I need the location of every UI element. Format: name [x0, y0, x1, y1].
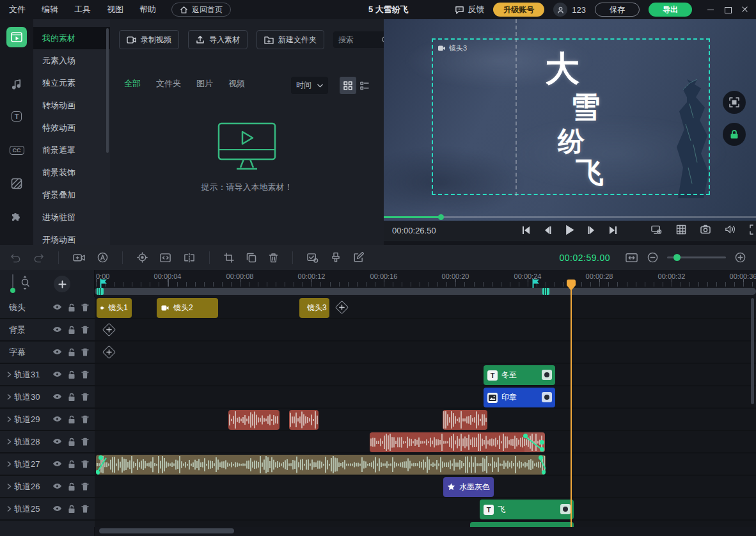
sort-dropdown[interactable]: 时间	[291, 77, 328, 94]
playhead[interactable]	[566, 279, 576, 291]
preview-progress-bar[interactable]	[384, 216, 756, 218]
timeline-marker-flag[interactable]	[532, 279, 540, 288]
lock-icon[interactable]	[68, 326, 75, 335]
track-height-slider[interactable]	[12, 274, 13, 291]
library-scrollbar[interactable]	[106, 28, 109, 153]
audio-tab[interactable]	[6, 74, 27, 94]
libnav-enter-hold[interactable]: 进场驻留	[33, 206, 110, 228]
track-header-28[interactable]: 轨道28	[0, 431, 95, 452]
auto-ripple-button[interactable]	[97, 252, 108, 263]
volume-icon[interactable]	[725, 225, 736, 234]
libnav-foreground-decor[interactable]: 前景装饰	[33, 161, 110, 184]
trash-icon[interactable]	[81, 437, 89, 446]
eye-icon[interactable]	[52, 415, 62, 423]
menu-help[interactable]: 帮助	[139, 4, 156, 15]
lock-icon[interactable]	[68, 460, 75, 469]
timeline-zoom-slider[interactable]	[667, 256, 726, 258]
chevron-right-icon[interactable]	[0, 461, 13, 467]
maximize-button[interactable]	[723, 5, 732, 14]
upgrade-account-button[interactable]: 升级账号	[493, 3, 544, 17]
chevron-right-icon[interactable]	[0, 484, 13, 489]
chevron-right-icon[interactable]	[0, 394, 13, 400]
brush-button[interactable]	[331, 252, 341, 263]
lock-icon[interactable]	[68, 303, 75, 312]
redo-button[interactable]	[33, 253, 44, 263]
lock-icon[interactable]	[68, 393, 75, 402]
close-button[interactable]	[741, 5, 750, 14]
list-view-button[interactable]	[356, 77, 373, 94]
lock-icon[interactable]	[68, 482, 75, 491]
menu-view[interactable]: 视图	[107, 4, 123, 15]
eye-icon[interactable]	[52, 348, 62, 356]
clip-shot2[interactable]: 镜头2	[157, 298, 218, 318]
eye-icon[interactable]	[52, 370, 62, 378]
menu-file[interactable]: 文件	[9, 4, 26, 15]
libnav-effects[interactable]: 特效动画	[33, 116, 110, 139]
track-lane-31[interactable]: T 冬至	[95, 364, 756, 385]
lock-icon[interactable]	[68, 437, 75, 446]
lock-icon[interactable]	[68, 415, 75, 424]
track-lane-29[interactable]	[95, 409, 756, 430]
import-media-button[interactable]: 导入素材	[188, 30, 248, 49]
edit-button[interactable]	[353, 252, 364, 263]
trash-icon[interactable]	[81, 303, 89, 312]
track-header-26[interactable]: 轨道26	[0, 476, 95, 497]
fade-handle[interactable]	[542, 470, 546, 475]
trash-icon[interactable]	[81, 326, 89, 335]
skip-to-start-button[interactable]	[521, 225, 532, 235]
clip-shuimo[interactable]: 水墨灰色	[443, 477, 494, 497]
libnav-my-assets[interactable]: 我的素材	[33, 27, 110, 49]
chevron-right-icon[interactable]	[0, 416, 13, 422]
track-lane-25[interactable]: T 飞	[95, 498, 756, 519]
track-header-29[interactable]: 轨道29	[0, 409, 95, 430]
libnav-foreground-mask[interactable]: 前景遮罩	[33, 139, 110, 161]
track-lane-28[interactable]	[95, 431, 756, 452]
chevron-right-icon[interactable]	[0, 439, 13, 445]
fade-handle[interactable]	[540, 440, 544, 445]
track-lane-partial[interactable]	[95, 521, 756, 527]
feedback-button[interactable]: 反馈	[455, 4, 484, 15]
eye-icon[interactable]	[52, 393, 62, 400]
menu-tools[interactable]: 工具	[74, 4, 91, 15]
fit-timeline-icon[interactable]	[626, 253, 638, 263]
tab-folders[interactable]: 文件夹	[156, 78, 181, 90]
add-record-button[interactable]	[73, 253, 85, 263]
play-button[interactable]	[563, 224, 576, 236]
record-video-button[interactable]: 录制视频	[119, 30, 179, 49]
menu-edit[interactable]: 编辑	[42, 4, 58, 15]
clip-dongzhi[interactable]: T 冬至	[484, 365, 555, 385]
lock-button[interactable]	[723, 123, 746, 146]
track-header-31[interactable]: 轨道31	[0, 364, 95, 385]
lock-icon[interactable]	[68, 505, 75, 514]
lock-icon[interactable]	[68, 370, 75, 379]
user-account[interactable]: 123	[553, 3, 586, 17]
add-track-button[interactable]	[54, 276, 70, 292]
add-subtitle-button[interactable]	[102, 345, 116, 359]
trash-icon[interactable]	[81, 370, 89, 379]
libnav-element-enter[interactable]: 元素入场	[33, 49, 110, 72]
mark-check-button[interactable]	[307, 253, 319, 263]
fade-handle[interactable]	[98, 455, 103, 460]
speed-code-button[interactable]	[160, 253, 171, 263]
track-lane-27[interactable]	[95, 453, 756, 475]
previous-frame-button[interactable]	[542, 225, 553, 235]
track-header-shot[interactable]: 镜头	[0, 297, 95, 318]
zoom-in-button[interactable]	[735, 252, 746, 263]
eye-icon[interactable]	[52, 326, 62, 333]
vertical-scrollbar[interactable]	[751, 298, 754, 404]
add-shot-button[interactable]	[335, 301, 349, 314]
horizontal-scrollbar[interactable]	[99, 528, 234, 533]
media-library-tab[interactable]	[6, 27, 27, 47]
copy-button[interactable]	[246, 253, 256, 263]
track-height-handle[interactable]	[10, 288, 15, 293]
delete-button[interactable]	[269, 253, 278, 263]
chevron-right-icon[interactable]	[0, 372, 13, 377]
trash-icon[interactable]	[81, 393, 89, 402]
progress-handle[interactable]	[438, 214, 444, 220]
effects-tab[interactable]	[6, 208, 27, 228]
trash-icon[interactable]	[81, 460, 89, 469]
audio-clip[interactable]	[370, 432, 545, 452]
audio-clip[interactable]	[443, 410, 487, 430]
trash-icon[interactable]	[81, 505, 89, 514]
libnav-standalone-elements[interactable]: 独立元素	[33, 72, 110, 94]
